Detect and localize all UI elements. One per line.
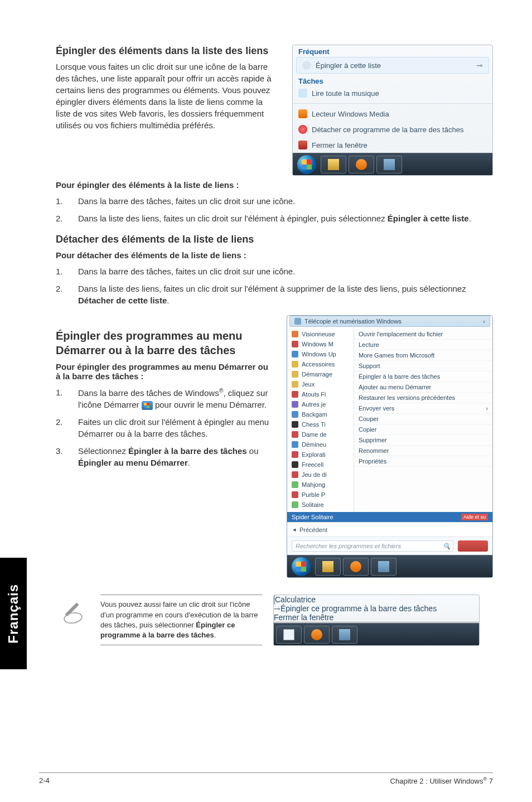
pin-icon[interactable]: ⊸ [476, 61, 483, 70]
section3-steps: 1.Dans la barre des tâches de Windows®, … [56, 386, 270, 468]
taskbar-button-app[interactable] [332, 626, 357, 644]
page-footer: 2-4 Chapitre 2 : Utiliser Windows® 7 [39, 772, 493, 785]
start-menu-program-item[interactable]: Freecell [287, 460, 354, 470]
start-menu-program-item[interactable]: Accessoires [287, 359, 354, 369]
start-menu-program-item[interactable]: Dame de [287, 429, 354, 439]
jumplist-close-row[interactable]: Fermer la fenêtre [293, 137, 492, 153]
jumplist-pin-row[interactable]: Épingler à cette liste ⊸ [296, 57, 489, 74]
start-menu-program-item[interactable]: Windows M [287, 339, 354, 349]
section2-title: Détacher des éléments de la liste de lie… [56, 233, 493, 246]
step-text: Faites un clic droit sur l'élément à épi… [78, 416, 270, 439]
step-text: Dans la liste des liens, faites un clic … [78, 212, 493, 224]
program-icon [292, 441, 298, 448]
back-arrow-icon: ◂ [293, 526, 296, 533]
close-icon [298, 141, 307, 149]
start-menu-program-item[interactable]: Visionneuse [287, 329, 354, 339]
start-menu-program-item[interactable]: Purble P [287, 490, 354, 500]
context-menu-item[interactable]: Propriétés [354, 456, 492, 467]
start-menu-program-item[interactable]: Démineu [287, 439, 354, 450]
program-icon [292, 381, 298, 388]
search-icon: 🔍 [443, 543, 451, 550]
program-icon [292, 361, 298, 368]
taskbar-button-app[interactable] [376, 156, 402, 173]
context-menu-item[interactable]: Envoyer vers› [354, 403, 492, 414]
start-menu-program-item[interactable]: Backgam [287, 409, 354, 419]
section1-steps: 1.Dans la barre des tâches, faites un cl… [56, 195, 493, 224]
context-menu-item[interactable]: Épingler à la barre des tâches [354, 371, 492, 382]
step-number: 1. [56, 195, 78, 207]
start-menu-program-item[interactable]: Windows Up [287, 349, 354, 359]
start-button-inline-icon [142, 401, 153, 410]
program-icon [292, 461, 298, 468]
start-menu-program-item[interactable]: Jeux [287, 379, 354, 389]
start-menu-search-row: Rechercher les programmes et fichiers🔍 [287, 537, 492, 555]
program-icon [292, 371, 298, 378]
start-menu-highlight-row[interactable]: Spider Solitaire Aide et su [287, 512, 492, 522]
jumplist-tasks-header: Tâches [293, 75, 492, 85]
calc-pin-row[interactable]: ⊸Épingler ce programme à la barre des tâ… [274, 604, 479, 613]
start-menu-program-item[interactable]: Démarrage [287, 369, 354, 379]
taskbar-button-media[interactable] [343, 558, 369, 576]
program-icon [292, 431, 298, 438]
help-tag: Aide et su [461, 514, 488, 520]
jumplist-frequent-header: Fréquent [293, 45, 492, 56]
start-menu-program-item[interactable]: Chess Ti [287, 419, 354, 429]
program-icon [292, 421, 298, 428]
start-menu-header[interactable]: Télécopie et numérisation Windows › [289, 316, 490, 327]
start-menu-program-item[interactable]: Jeu de di [287, 470, 354, 480]
context-menu-item[interactable]: Ouvrir l'emplacement du fichier [354, 329, 492, 340]
context-menu-item[interactable]: Restaurer les versions précédentes [354, 393, 492, 403]
context-menu-item[interactable]: Copier [354, 424, 492, 435]
start-orb[interactable] [292, 557, 311, 576]
taskbar-button-media[interactable] [349, 156, 374, 173]
jumplist-play-row[interactable]: Lire toute la musique [293, 85, 492, 101]
start-orb[interactable] [297, 155, 316, 174]
program-icon [292, 331, 298, 337]
context-menu-item[interactable]: More Games from Microsoft [354, 350, 492, 361]
taskbar-button-media[interactable] [304, 626, 330, 644]
jumplist-pin-label: Épingler à cette liste [316, 61, 381, 70]
context-menu-item[interactable]: Support [354, 361, 492, 371]
page-number: 2-4 [39, 776, 50, 785]
section3-title: Épingler des programmes au menu Démarrer… [56, 328, 270, 357]
context-menu-item[interactable]: Supprimer [354, 435, 492, 446]
taskbar-button-explorer[interactable] [321, 156, 346, 173]
program-icon [292, 391, 298, 398]
jumplist-app-row[interactable]: Lecteur Windows Media [293, 106, 492, 122]
start-menu-program-item[interactable]: Mahjong [287, 480, 354, 490]
taskbar-mock [293, 153, 492, 175]
section1-paragraph: Lorsque vous faites un clic droit sur un… [56, 61, 275, 131]
calc-jumplist-mock: Calculatrice ⊸Épingler ce programme à la… [273, 595, 480, 646]
taskbar-button-calc[interactable] [276, 626, 302, 644]
start-menu-program-item[interactable]: Solitaire [287, 500, 354, 510]
start-menu-search-input[interactable]: Rechercher les programmes et fichiers🔍 [292, 540, 453, 552]
taskbar-button-app[interactable] [371, 558, 396, 576]
taskbar-mock-3 [274, 623, 479, 645]
program-icon [292, 481, 298, 488]
shutdown-button[interactable] [458, 540, 488, 552]
step-number: 2. [56, 416, 78, 439]
start-menu-program-item[interactable]: Autres je [287, 399, 354, 409]
chevron-right-icon: › [483, 318, 485, 325]
taskbar-button-explorer[interactable] [315, 558, 341, 576]
start-menu-program-item[interactable]: Explorati [287, 450, 354, 460]
program-icon [292, 401, 298, 408]
fax-icon [294, 318, 301, 325]
start-menu-back-row[interactable]: ◂ Précédent [287, 522, 492, 537]
step-number: 2. [56, 212, 78, 224]
jumplist-mock: Fréquent Épingler à cette liste ⊸ Tâches… [292, 45, 493, 176]
context-menu-item[interactable]: Lecture [354, 340, 492, 350]
context-menu-item[interactable]: Ajouter au menu Démarrer [354, 382, 492, 393]
play-icon [298, 89, 307, 98]
section3-subtitle: Pour épingler des programmes au menu Dém… [56, 362, 270, 381]
calc-close-row[interactable]: Fermer la fenêtre [274, 613, 479, 622]
section1-title: Épingler des éléments dans la liste des … [56, 45, 275, 57]
context-menu-item[interactable]: Couper [354, 414, 492, 424]
pin-target-icon [302, 61, 311, 70]
jumplist-unpin-row[interactable]: Détacher ce programme de la barre des tâ… [293, 122, 492, 137]
calc-app-row[interactable]: Calculatrice [274, 595, 479, 604]
start-menu-left-column: VisionneuseWindows MWindows UpAccessoire… [287, 327, 354, 512]
start-menu-program-item[interactable]: Atouts Fi [287, 389, 354, 399]
context-menu-item[interactable]: Renommer [354, 446, 492, 456]
pin-icon: ⊸ [274, 604, 280, 613]
